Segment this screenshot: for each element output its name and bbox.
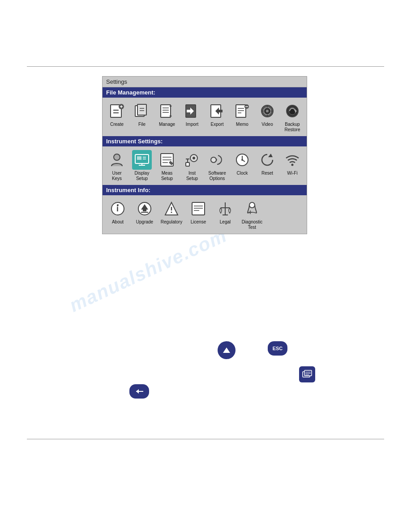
memo-icon [232, 101, 252, 121]
meas-setup-button[interactable]: MeasSetup [154, 150, 180, 181]
about-icon: i [108, 199, 128, 219]
svg-rect-66 [143, 210, 146, 211]
svg-point-78 [249, 202, 255, 208]
upgrade-button[interactable]: Upgrade [131, 199, 158, 225]
svg-point-63 [117, 204, 119, 206]
about-label: About [112, 219, 124, 225]
manage-button[interactable]: Manage [154, 101, 180, 127]
user-keys-label: UserKeys [112, 171, 122, 181]
legal-button[interactable]: Legal [212, 199, 239, 225]
video-icon [257, 101, 277, 121]
diagnostic-test-label: DiagnosticTest [242, 219, 263, 230]
user-keys-button[interactable]: UserKeys [104, 150, 129, 181]
inst-setup-button[interactable]: InstSetup [180, 150, 205, 181]
top-divider [27, 66, 384, 67]
svg-point-37 [114, 154, 120, 160]
reset-label: Reset [261, 171, 273, 176]
nav-gallery-button[interactable] [299, 366, 315, 382]
create-button[interactable]: Create [104, 101, 129, 127]
export-button[interactable]: Export [205, 101, 230, 127]
memo-button[interactable]: Memo [230, 101, 255, 127]
backup-icon [283, 101, 302, 121]
esc-label: ESC [273, 346, 283, 351]
instrument-settings-row: UserKeys DisplaySetup [103, 146, 307, 185]
video-label: Video [261, 122, 273, 127]
license-label: License [191, 219, 206, 225]
watermark: manualshive.com [66, 224, 231, 316]
regulatory-icon [162, 199, 181, 219]
nav-esc-button[interactable]: ESC [268, 341, 287, 356]
svg-rect-71 [192, 202, 205, 215]
wifi-button[interactable]: Wi-Fi [280, 150, 305, 176]
legal-icon [215, 199, 235, 219]
create-label: Create [110, 122, 124, 127]
instrument-settings-header: Instrument Settings: [103, 136, 307, 146]
import-icon [182, 101, 202, 121]
export-icon [207, 101, 227, 121]
panel-title: Settings [103, 77, 307, 87]
display-icon [132, 150, 152, 170]
settings-panel: Settings File Management: Create [102, 76, 307, 234]
file-management-row: Create File [103, 98, 307, 136]
svg-marker-88 [136, 389, 139, 394]
upgrade-icon [135, 199, 154, 219]
svg-rect-7 [137, 104, 146, 115]
bottom-divider [27, 439, 384, 439]
nav-back-button[interactable] [129, 384, 149, 399]
meas-icon [157, 150, 177, 170]
import-button[interactable]: Import [180, 101, 205, 127]
license-button[interactable]: License [185, 199, 212, 225]
upgrade-label: Upgrade [136, 219, 153, 225]
regulatory-button[interactable]: Regulatory [158, 199, 185, 225]
svg-marker-81 [223, 348, 230, 353]
clock-label: Clock [236, 171, 248, 176]
memo-label: Memo [236, 122, 248, 127]
svg-point-50 [193, 157, 195, 159]
svg-point-58 [241, 159, 243, 161]
display-setup-button[interactable]: DisplaySetup [129, 150, 154, 181]
software-options-button[interactable]: SoftwareOptions [205, 150, 230, 181]
import-label: Import [186, 122, 198, 127]
file-button[interactable]: File [129, 101, 154, 127]
clock-icon [232, 150, 252, 170]
svg-rect-51 [186, 163, 189, 166]
svg-marker-59 [268, 154, 273, 157]
export-label: Export [211, 122, 224, 127]
inst-icon [182, 150, 202, 170]
inst-setup-label: InstSetup [186, 171, 198, 181]
wifi-icon [283, 150, 302, 170]
regulatory-label: Regulatory [161, 219, 182, 225]
svg-point-60 [291, 164, 294, 166]
clock-button[interactable]: Clock [230, 150, 255, 176]
wifi-label: Wi-Fi [287, 171, 297, 176]
manage-label: Manage [159, 122, 175, 127]
svg-rect-10 [161, 105, 171, 117]
reset-button[interactable]: Reset [255, 150, 280, 176]
backup-restore-button[interactable]: BackupRestore [280, 101, 305, 133]
reset-icon [257, 150, 277, 170]
video-button[interactable]: Video [255, 101, 280, 127]
instrument-info-row: i About Upgrade [103, 195, 307, 234]
manage-icon [157, 101, 177, 121]
diagnostic-test-button[interactable]: DiagnosticTest [239, 199, 265, 230]
nav-up-button[interactable] [218, 341, 235, 359]
diagnostic-icon [242, 199, 262, 219]
software-icon [207, 150, 227, 170]
create-icon [107, 101, 127, 121]
instrument-info-header: Instrument Info: [103, 185, 307, 195]
svg-rect-41 [137, 156, 141, 160]
license-icon [188, 199, 208, 219]
file-label: File [138, 122, 146, 127]
svg-point-29 [266, 110, 269, 112]
svg-rect-21 [236, 105, 246, 117]
about-button[interactable]: i About [104, 199, 131, 225]
display-setup-label: DisplaySetup [135, 171, 150, 181]
software-options-label: SoftwareOptions [208, 171, 226, 181]
svg-point-70 [171, 212, 172, 213]
meas-setup-label: MeasSetup [161, 171, 173, 181]
user-icon [107, 150, 127, 170]
backup-restore-label: BackupRestore [284, 122, 300, 133]
legal-label: Legal [220, 219, 231, 225]
file-icon [132, 101, 152, 121]
file-management-header: File Management: [103, 87, 307, 98]
